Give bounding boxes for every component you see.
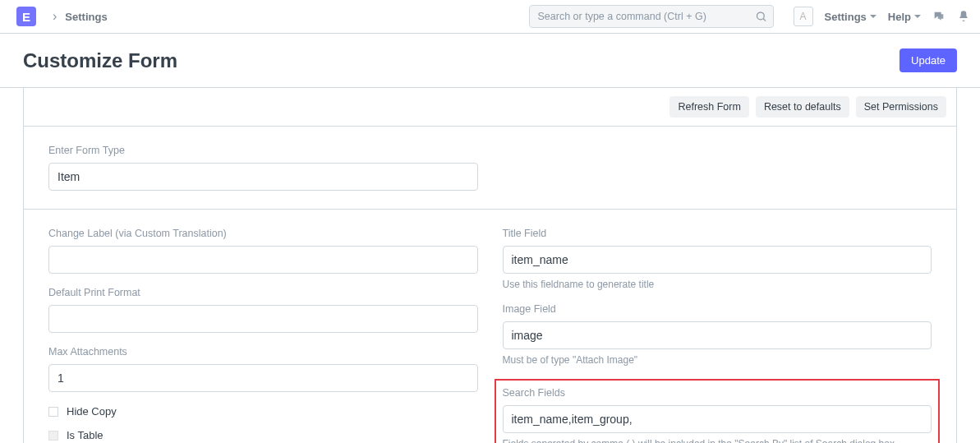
max-attachments-input[interactable] [48,364,478,392]
search-fields-highlight: Search Fields Fields separated by comma … [495,379,941,443]
update-button[interactable]: Update [899,48,957,72]
right-column: Title Field Use this fieldname to genera… [503,228,932,443]
nav-help-label: Help [888,11,911,23]
title-field-label: Title Field [503,228,932,239]
nav-right: A Settings Help [529,5,970,28]
form-container: Refresh Form Reset to defaults Set Permi… [0,88,980,443]
svg-point-0 [757,12,764,20]
image-field-label: Image Field [503,303,932,315]
field-image-field: Image Field Must be of type "Attach Imag… [503,303,932,366]
nav-left: E › Settings [0,7,529,26]
left-column: Change Label (via Custom Translation) De… [48,228,478,443]
title-field-input[interactable] [503,246,932,274]
avatar[interactable]: A [794,7,813,26]
default-print-format-label: Default Print Format [48,287,478,298]
max-attachments-label: Max Attachments [48,346,478,358]
form-type-input[interactable] [48,163,478,191]
search-fields-label: Search Fields [503,387,932,399]
field-max-attachments: Max Attachments [48,346,478,392]
change-label-label: Change Label (via Custom Translation) [48,228,478,239]
form-type-label: Enter Form Type [48,145,478,156]
search-input[interactable] [529,5,774,28]
section-properties: Change Label (via Custom Translation) De… [23,210,957,443]
refresh-form-button[interactable]: Refresh Form [669,96,748,118]
nav-help-dropdown[interactable]: Help [888,11,921,23]
chevron-down-icon [914,15,921,18]
search-icon [755,11,767,23]
hide-copy-label: Hide Copy [67,405,117,418]
hide-copy-checkbox[interactable] [48,407,58,417]
default-print-format-input[interactable] [48,305,478,333]
chevron-down-icon [870,15,876,18]
navbar: E › Settings A Settings Help [0,0,980,34]
search-wrap [529,5,774,28]
is-table-checkbox [48,431,58,441]
brand-logo[interactable]: E [16,7,36,26]
field-default-print-format: Default Print Format [48,287,478,333]
page-title: Customize Form [23,49,177,72]
image-field-input[interactable] [503,321,932,349]
change-label-input[interactable] [48,246,478,274]
image-field-help: Must be of type "Attach Image" [503,354,932,366]
nav-settings-label: Settings [825,11,867,23]
breadcrumb-settings[interactable]: Settings [65,11,107,23]
set-permissions-button[interactable]: Set Permissions [856,96,946,118]
svg-line-1 [763,19,766,21]
title-field-help: Use this fieldname to generate title [503,279,932,290]
reset-defaults-button[interactable]: Reset to defaults [756,96,849,118]
actions-row: Refresh Form Reset to defaults Set Permi… [23,88,957,126]
field-title-field: Title Field Use this fieldname to genera… [503,228,932,290]
search-fields-input[interactable] [503,405,932,433]
page-head: Customize Form Update [0,34,980,88]
chat-icon[interactable] [932,10,945,23]
nav-settings-dropdown[interactable]: Settings [825,11,876,23]
section-form-type: Enter Form Type [23,126,957,210]
bell-icon[interactable] [957,10,970,23]
search-fields-help: Fields separated by comma (,) will be in… [503,438,932,443]
field-hide-copy[interactable]: Hide Copy [48,405,478,418]
field-is-table: Is Table [48,429,478,441]
field-form-type: Enter Form Type [48,145,478,191]
breadcrumb-separator: › [53,9,57,24]
is-table-label: Is Table [67,429,104,441]
field-search-fields: Search Fields Fields separated by comma … [503,387,932,443]
field-change-label: Change Label (via Custom Translation) [48,228,478,274]
